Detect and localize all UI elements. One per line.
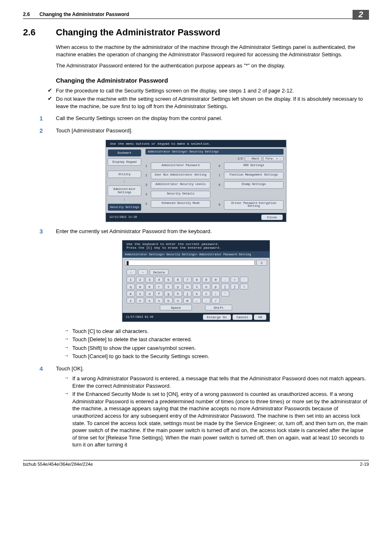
close-button[interactable]: Close	[261, 215, 283, 220]
keyboard-key[interactable]: 1	[127, 277, 135, 282]
keyboard-key[interactable]: v	[155, 298, 163, 303]
chapter-tab: 2	[353, 10, 369, 20]
forward-button[interactable]: Forw. ↠ ↓	[263, 156, 284, 161]
keyboard-key[interactable]: i	[193, 284, 201, 289]
keyboard-key[interactable]: y	[174, 284, 182, 289]
keyboard-key[interactable]: u	[183, 284, 191, 289]
keyboard-key[interactable]: 9	[202, 277, 210, 282]
check-icon: ✔	[48, 87, 56, 95]
bookmark-tab[interactable]: Bookmark	[108, 149, 141, 157]
keyboard-key[interactable]: r	[155, 284, 163, 289]
function-mgmt-button[interactable]: Function Management Settings	[224, 172, 284, 179]
running-secnum: 2.6	[23, 12, 30, 17]
clear-button[interactable]: C	[256, 260, 267, 266]
keyboard-key[interactable]: c	[145, 298, 154, 303]
delete-button[interactable]: Delete	[150, 269, 169, 275]
chevron-down-icon: ↓	[108, 180, 141, 184]
keyboard-key[interactable]: ,	[193, 298, 201, 303]
keyboard-key[interactable]: 0	[212, 277, 220, 282]
keyboard-key[interactable]: d	[145, 291, 154, 296]
keyboard-key[interactable]: w	[136, 284, 144, 289]
keyboard-key[interactable]: e	[145, 284, 154, 289]
keyboard-key[interactable]: k	[193, 291, 201, 296]
keyboard-key[interactable]: j	[183, 291, 191, 296]
cursor-left-button[interactable]: ←	[127, 269, 136, 275]
shift-key[interactable]: Shift	[205, 305, 232, 310]
keyboard-key[interactable]: /	[212, 298, 220, 303]
space-key[interactable]: Space	[160, 305, 192, 310]
section-title: Changing the Administrator Password	[56, 27, 220, 38]
menu-num: 5	[145, 202, 149, 206]
keyboard-key[interactable]: -	[221, 277, 229, 282]
keyboard-key[interactable]: [	[221, 284, 229, 289]
cancel-button[interactable]: Cancel	[233, 314, 253, 320]
keyboard-key[interactable]: g	[164, 291, 173, 296]
step3-sub3: Touch [Shift] to show the upper case/sym…	[72, 345, 369, 352]
keyboard-key[interactable]: z	[127, 298, 135, 303]
breadcrumb: Administrator Settings> Security Setting…	[145, 149, 284, 155]
keyboard-key[interactable]: f	[155, 291, 163, 296]
keyboard-key[interactable]: =	[231, 277, 239, 282]
subhead: Changing the Administrator Password	[56, 77, 369, 84]
keyboard-key[interactable]: q	[127, 284, 135, 289]
keyboard-key[interactable]: n	[174, 298, 182, 303]
intro-para2: The Administrator Password entered for t…	[56, 62, 369, 69]
running-title: Changing the Administrator Password	[39, 12, 129, 17]
keyboard-key[interactable]: 6	[174, 277, 182, 282]
keyboard-key[interactable]: 8	[193, 277, 201, 282]
driver-pw-enc-button[interactable]: Driver Password Encryption Setting	[224, 200, 284, 210]
enlarge-button[interactable]: Enlarge On	[203, 314, 231, 320]
ok-button[interactable]: OK	[254, 314, 266, 320]
arrow-icon: →	[64, 353, 72, 360]
keyboard-key[interactable]: \	[240, 284, 248, 289]
keyboard-key[interactable]: x	[136, 298, 144, 303]
footer-page: 2-19	[360, 462, 369, 467]
step-2-num: 2	[39, 127, 56, 134]
page-indicator: 1/2	[238, 156, 243, 161]
display-keypad-tab[interactable]: Display Keypad	[108, 158, 141, 166]
keyboard-key[interactable]: a	[127, 291, 135, 296]
menu-num: 3	[145, 183, 149, 187]
keyboard-key[interactable]: 2	[136, 277, 144, 282]
intro-para1: When access to the machine by the admini…	[56, 44, 369, 58]
keyboard-key[interactable]: h	[174, 291, 182, 296]
keyboard-key[interactable]: p	[212, 284, 220, 289]
menu-num: 1	[145, 164, 149, 168]
password-input[interactable]	[125, 260, 255, 266]
keyboard-key[interactable]: 4	[155, 277, 163, 282]
keyboard-key[interactable]: 7	[183, 277, 191, 282]
keyboard-key[interactable]: m	[183, 298, 191, 303]
admin-settings-button[interactable]: Administrator Settings	[108, 185, 141, 196]
hdd-settings-button[interactable]: HDD Settings	[224, 162, 284, 170]
keyboard-key[interactable]: '	[221, 291, 229, 296]
keyboard-key[interactable]: ;	[212, 291, 220, 296]
keyboard-key[interactable]: `	[240, 277, 248, 282]
security-settings-button[interactable]: Security Settings	[108, 204, 141, 211]
keyboard-key[interactable]: ]	[231, 284, 239, 289]
check-text-2: Do not leave the machine with the settin…	[56, 95, 369, 110]
menu-num: 4	[145, 193, 149, 196]
keyboard-key[interactable]: o	[202, 284, 210, 289]
keyboard-key[interactable]: 3	[145, 277, 154, 282]
keyboard-key[interactable]: b	[164, 298, 173, 303]
enhanced-security-button[interactable]: Enhanced Security Mode	[151, 200, 210, 208]
utility-button[interactable]: Utility	[108, 171, 141, 178]
keyboard-key[interactable]: l	[202, 291, 210, 296]
keyboard-key[interactable]: s	[136, 291, 144, 296]
user-box-admin-button[interactable]: User Box Administrator Setting	[151, 172, 210, 179]
step4-sub2: If the Enhanced Security Mode is set to …	[72, 391, 369, 448]
keyboard-key[interactable]: .	[202, 298, 210, 303]
step3-sub1: Touch [C] to clear all characters.	[72, 328, 369, 335]
stamp-settings-button[interactable]: Stamp Settings	[224, 181, 284, 189]
cursor-right-button[interactable]: →	[138, 269, 148, 275]
step-2-text: Touch [Administrator Password].	[56, 127, 369, 134]
security-details-button[interactable]: Security Details	[151, 191, 210, 198]
admin-password-button[interactable]: Administrator Password	[151, 162, 210, 170]
security-settings-screenshot: Use the menu buttons or keypad to make a…	[106, 140, 286, 222]
back-button[interactable]: ↑ ↞Back	[245, 156, 262, 161]
arrow-icon: →	[64, 328, 72, 335]
keyboard-key[interactable]: t	[164, 284, 173, 289]
admin-sec-levels-button[interactable]: Administrator Security Levels	[151, 181, 210, 189]
step-4-text: Touch [OK].	[56, 365, 369, 372]
keyboard-key[interactable]: 5	[164, 277, 173, 282]
